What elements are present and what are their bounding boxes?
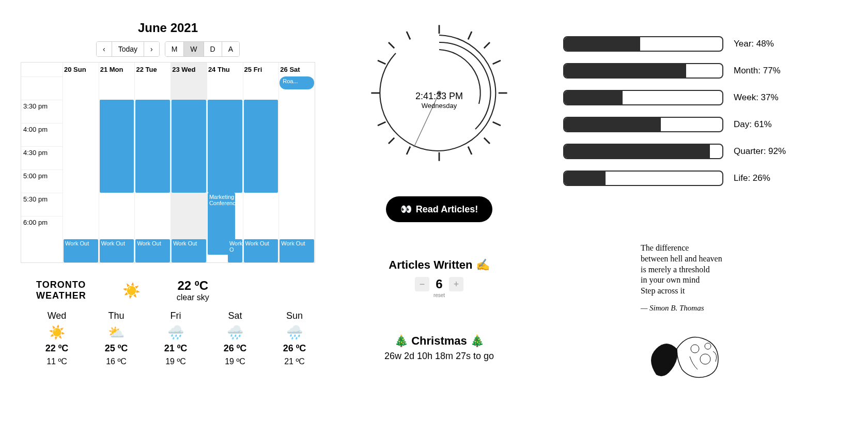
progress-bar	[563, 144, 723, 159]
forecast-hi: 26 ºC	[214, 343, 256, 354]
weather-icon: 🌧️	[214, 324, 256, 340]
weather-icon: ☀️	[36, 324, 78, 340]
event-workout[interactable]: Work Out	[135, 239, 170, 262]
forecast-day: Wed☀️22 ºC11 ºC	[36, 311, 78, 366]
progress-label: Quarter: 92%	[734, 146, 786, 157]
forecast-lo: 21 ºC	[274, 357, 315, 366]
calendar-today-button[interactable]: Today	[112, 42, 144, 56]
forecast-day-name: Sun	[274, 311, 315, 321]
svg-line-14	[407, 147, 410, 154]
day-cell[interactable]: Marketing Conference Work O	[207, 76, 243, 262]
forecast-day-name: Thu	[96, 311, 137, 321]
calendar-view-group: M W D A	[165, 41, 240, 57]
counter-plus-button[interactable]: +	[449, 277, 463, 291]
calendar-view-month[interactable]: M	[165, 42, 184, 56]
current-temp: 22 ºC	[177, 278, 209, 293]
weather-widget: TORONTO WEATHER ☀️ 22 ºC clear sky Wed☀️…	[21, 278, 315, 366]
event-workout[interactable]: Work Out	[172, 239, 206, 262]
event-workout[interactable]: Work O	[228, 239, 242, 262]
countdown-widget: 🎄 Christmas 🎄 26w 2d 10h 18m 27s to go	[384, 334, 494, 362]
svg-point-18	[691, 345, 699, 353]
day-cell[interactable]: Roa... Work Out	[278, 76, 315, 262]
day-cell[interactable]: Work Out	[171, 76, 207, 262]
calendar-nav-group: ‹ Today ›	[96, 41, 160, 57]
event-block[interactable]	[244, 100, 278, 193]
quote-author: — Simon B. Thomas	[641, 304, 775, 313]
svg-line-7	[484, 138, 490, 144]
counter-value: 6	[431, 277, 447, 291]
event-workout[interactable]: Work Out	[244, 239, 278, 262]
progress-row: Day: 61%	[563, 117, 853, 132]
calendar-prev-button[interactable]: ‹	[97, 42, 112, 56]
calendar-next-button[interactable]: ›	[144, 42, 159, 56]
forecast-hi: 26 ºC	[274, 343, 315, 354]
event-workout[interactable]: Work Out	[280, 239, 314, 262]
progress-row: Week: 37%	[563, 90, 853, 105]
event-workout[interactable]: Work Out	[64, 239, 98, 262]
event-block[interactable]	[135, 100, 170, 193]
day-cell[interactable]: Work Out	[63, 76, 99, 262]
read-articles-button[interactable]: 👀 Read Articles!	[386, 196, 492, 222]
weather-icon: ⛅	[96, 324, 137, 340]
event-block[interactable]	[100, 100, 134, 193]
article-counter-widget: Articles Written ✍️ − 6 + reset	[389, 258, 489, 298]
countdown-remaining: 26w 2d 10h 18m 27s to go	[384, 351, 494, 362]
forecast-hi: 25 ºC	[96, 343, 137, 354]
svg-line-6	[389, 138, 394, 144]
event-workout[interactable]: Work Out	[100, 239, 134, 262]
svg-point-19	[705, 343, 711, 349]
calendar-title: June 2021	[21, 21, 315, 35]
forecast-day-name: Fri	[155, 311, 196, 321]
calendar-widget: June 2021 ‹ Today › M W D A 20 Sun 21 Mo…	[21, 21, 315, 263]
weather-location: TORONTO	[36, 280, 86, 290]
progress-widget: Year: 48%Month: 77%Week: 37%Day: 61%Quar…	[563, 36, 853, 186]
progress-label: Day: 61%	[734, 119, 772, 130]
progress-label: Life: 26%	[734, 173, 770, 183]
progress-row: Year: 48%	[563, 36, 853, 52]
clock-day: Wednesday	[415, 102, 463, 110]
countdown-title: 🎄 Christmas 🎄	[384, 334, 494, 348]
weather-icon: 🌧️	[274, 324, 315, 340]
progress-label: Week: 37%	[734, 92, 779, 103]
counter-minus-button[interactable]: −	[415, 277, 429, 291]
day-header: 26 Sat	[278, 63, 315, 76]
calendar-view-agenda[interactable]: A	[222, 42, 239, 56]
progress-row: Month: 77%	[563, 63, 853, 79]
day-header: 24 Thu	[207, 63, 243, 76]
forecast-lo: 19 ºC	[214, 357, 256, 366]
progress-bar	[563, 36, 723, 52]
quote-illustration	[641, 323, 734, 385]
day-cell[interactable]: Work Out	[134, 76, 171, 262]
calendar-view-day[interactable]: D	[204, 42, 222, 56]
svg-line-5	[484, 42, 490, 48]
quote-widget: The difference between hell and heaven i…	[641, 243, 775, 387]
counter-title: Articles Written ✍️	[389, 258, 489, 272]
event-roa[interactable]: Roa...	[280, 76, 314, 89]
progress-row: Quarter: 92%	[563, 144, 853, 159]
day-cell[interactable]: Work Out	[99, 76, 135, 262]
forecast-day: Sun🌧️26 ºC21 ºC	[274, 311, 315, 366]
eyes-icon: 👀	[400, 204, 412, 215]
forecast-hi: 22 ºC	[36, 343, 78, 354]
svg-line-15	[468, 147, 472, 154]
day-header: 21 Mon	[99, 63, 135, 76]
forecast-day: Thu⛅25 ºC16 ºC	[96, 311, 137, 366]
calendar-view-week[interactable]: W	[184, 42, 204, 56]
sun-icon: ☀️	[122, 282, 141, 299]
forecast-day: Fri🌧️21 ºC19 ºC	[155, 311, 196, 366]
forecast-lo: 19 ºC	[155, 357, 196, 366]
forecast-lo: 11 ºC	[36, 357, 78, 366]
svg-point-20	[700, 354, 710, 364]
forecast-day-name: Wed	[36, 311, 78, 321]
event-block[interactable]	[208, 100, 242, 193]
counter-reset-link[interactable]: reset	[389, 292, 489, 298]
svg-line-4	[389, 42, 394, 48]
progress-row: Life: 26%	[563, 171, 853, 186]
day-cell[interactable]: Work Out	[243, 76, 279, 262]
forecast-day-name: Sat	[214, 311, 256, 321]
clock-widget: 2:41:33 PM Wednesday	[367, 21, 512, 165]
event-block[interactable]	[172, 100, 206, 193]
clock-time: 2:41:33 PM	[415, 91, 463, 102]
current-condition: clear sky	[177, 293, 209, 302]
svg-line-11	[493, 60, 501, 64]
